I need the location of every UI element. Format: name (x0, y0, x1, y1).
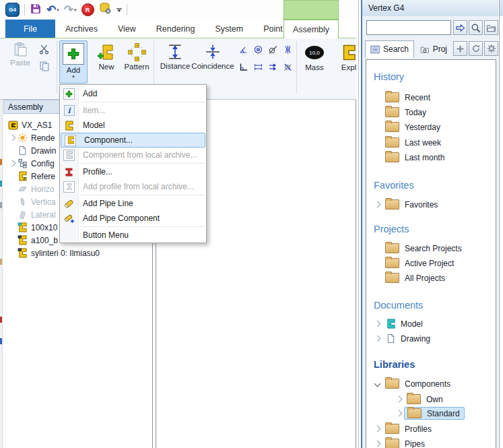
plus-icon (456, 44, 465, 53)
history-item-today[interactable]: Today (385, 106, 426, 119)
undo-dropdown-arrow[interactable]: ▾ (57, 7, 59, 13)
chevron-right-icon[interactable] (395, 396, 402, 403)
go-button[interactable] (453, 20, 467, 35)
refresh-button[interactable] (469, 41, 483, 56)
menu-item-add-pipe-line[interactable]: Add Pipe Line (60, 196, 206, 211)
mass-button[interactable]: 10,0 Mass (300, 43, 329, 71)
favorites-item[interactable]: Favorites (372, 198, 438, 211)
libraries-item-standard[interactable]: Standard (393, 407, 465, 420)
history-item-last-week[interactable]: Last week (385, 136, 441, 149)
component-icon (17, 248, 28, 258)
add-plus-icon (63, 43, 84, 65)
chevron-right-icon[interactable] (9, 135, 15, 141)
search-input[interactable] (366, 20, 451, 35)
chevron-right-icon[interactable] (374, 441, 380, 447)
folder-icon (407, 408, 422, 418)
redo-button[interactable]: ↷ ▾ (64, 5, 77, 15)
projects-item-search[interactable]: Search Projects (385, 242, 462, 255)
info-icon: i (64, 105, 75, 116)
list-icon (370, 45, 380, 54)
chevron-right-icon[interactable] (374, 426, 380, 433)
chevron-right-icon[interactable] (374, 321, 380, 327)
menu-item-component-local-archive[interactable]: Component from local archive... (60, 148, 206, 162)
add-button[interactable]: Add ▾ (59, 40, 88, 84)
chevron-right-icon[interactable] (374, 201, 380, 208)
browser-panel-title-bar[interactable]: Vertex G4 (362, 0, 498, 16)
cut-button[interactable] (37, 42, 52, 56)
add-favorite-button[interactable] (453, 41, 467, 56)
copy-button[interactable] (37, 59, 52, 73)
menu-item-add-pipe-component[interactable]: Add Pipe Component (60, 211, 206, 226)
menu-item-component[interactable]: Component... (61, 133, 205, 148)
open-folder-icon (486, 24, 496, 32)
chevron-down-icon[interactable] (374, 381, 380, 387)
explode-button[interactable]: Expl (334, 43, 356, 71)
menu-item-profile[interactable]: Profile... (60, 164, 206, 179)
record-button[interactable]: R (81, 3, 94, 16)
menu-item-item[interactable]: i Item... (60, 103, 206, 118)
plane-icon (17, 197, 28, 207)
toolbar-customize-button[interactable] (116, 8, 122, 12)
search-button[interactable] (469, 20, 483, 35)
distance-constraint-button[interactable]: Distance (156, 43, 194, 70)
concentric-constraint-button[interactable] (252, 42, 264, 56)
tab-archives[interactable]: Archives (55, 20, 108, 38)
toolbar-tick (0, 159, 2, 165)
tab-projects[interactable]: Proj (415, 40, 452, 58)
redo-dropdown-arrow[interactable]: ▾ (74, 7, 77, 13)
tangent-constraint-button[interactable] (267, 42, 279, 56)
pattern-button[interactable]: Pattern (121, 43, 152, 71)
tab-view[interactable]: View (108, 20, 146, 38)
adjacent-panel-titlebar-edge (500, 0, 503, 16)
anti-tangent-constraint-button[interactable] (281, 60, 294, 73)
anti-tangent-constraint-icon (283, 62, 293, 72)
history-item-recent[interactable]: Recent (385, 91, 430, 104)
chevron-right-icon[interactable] (9, 160, 15, 167)
section-title-favorites: Favorites (374, 180, 414, 191)
reference-icon (17, 171, 28, 181)
libraries-item-own[interactable]: Own (393, 393, 443, 406)
settings-button[interactable] (484, 41, 498, 56)
save-button[interactable] (30, 3, 42, 18)
libraries-item-components[interactable]: Components (372, 377, 450, 390)
app-logo-icon[interactable]: G4 (5, 3, 20, 17)
tab-search[interactable]: Search (365, 40, 414, 58)
toolbar-tick (0, 317, 2, 323)
libraries-item-pipes[interactable]: Pipes (372, 437, 425, 448)
folder-icon (385, 107, 399, 117)
undo-button[interactable]: ↶ ▾ (46, 5, 59, 15)
parallel-constraint-button[interactable] (267, 60, 279, 73)
projects-item-active[interactable]: Active Project (385, 257, 454, 269)
tree-item-component-3[interactable]: sylinteri 0: Ilmiasu0 (3, 247, 166, 259)
perpendicular-constraint-button[interactable] (237, 60, 249, 73)
libraries-item-profiles[interactable]: Profiles (372, 422, 432, 435)
tab-assembly[interactable]: Assembly (283, 20, 339, 38)
menu-item-profile-local-archive[interactable]: Add profile from local archive... (60, 179, 206, 194)
documents-item-model[interactable]: Model (372, 317, 423, 330)
chevron-right-icon[interactable] (395, 410, 402, 417)
projects-item-all[interactable]: All Projects (385, 271, 445, 284)
symmetry-constraint-button[interactable] (281, 42, 294, 56)
chevron-right-icon[interactable] (374, 335, 380, 342)
menu-item-model[interactable]: Model (60, 118, 206, 133)
database-settings-button[interactable] (99, 2, 112, 18)
tab-file[interactable]: File (5, 20, 55, 38)
menu-item-button-menu[interactable]: Button Menu (60, 228, 206, 243)
parallel-constraint-icon (268, 62, 278, 72)
angle-constraint-button[interactable] (237, 42, 249, 56)
history-item-last-month[interactable]: Last month (385, 151, 444, 164)
browse-folder-button[interactable] (484, 20, 498, 35)
tab-rendering[interactable]: Rendering (146, 20, 205, 38)
coincidence-constraint-button[interactable]: Coincidence (191, 43, 234, 70)
history-item-yesterday[interactable]: Yesterday (385, 121, 440, 133)
new-button[interactable]: New (92, 43, 121, 71)
paste-button[interactable]: Paste (5, 42, 35, 67)
drawing-page-icon (385, 333, 397, 344)
profile-gray-icon (63, 181, 75, 193)
equal-distance-constraint-button[interactable] (252, 60, 264, 73)
folder-icon (407, 394, 421, 404)
documents-item-drawing[interactable]: Drawing (372, 332, 430, 345)
group-divider (296, 41, 297, 94)
menu-item-add[interactable]: Add (60, 86, 206, 101)
tab-system[interactable]: System (205, 20, 254, 38)
